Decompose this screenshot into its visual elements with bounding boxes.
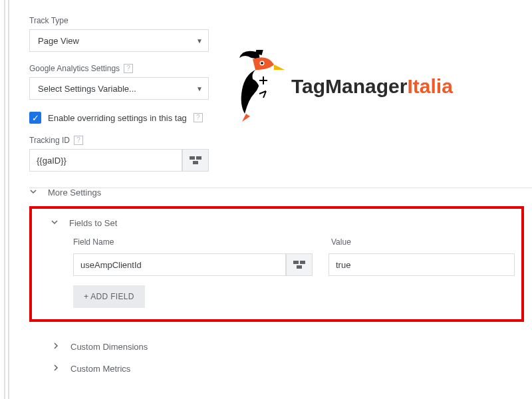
brick-icon xyxy=(293,261,305,269)
more-settings-toggle[interactable]: More Settings xyxy=(29,188,101,198)
value-column-label: Value xyxy=(331,237,351,247)
field-value-input[interactable]: true xyxy=(329,253,515,276)
tracking-id-value: {{gaID}} xyxy=(37,156,66,166)
custom-dimensions-toggle[interactable]: Custom Dimensions xyxy=(52,342,148,352)
variable-picker-button[interactable] xyxy=(182,149,209,172)
help-icon[interactable]: ? xyxy=(74,136,83,145)
help-icon[interactable]: ? xyxy=(194,113,203,122)
svg-rect-3 xyxy=(293,261,299,264)
svg-rect-4 xyxy=(300,261,305,264)
field-row: useAmpClientId true xyxy=(73,253,521,276)
chevron-right-icon xyxy=(52,364,60,374)
svg-rect-1 xyxy=(196,156,201,160)
track-type-label: Track Type xyxy=(29,16,532,25)
ga-settings-select[interactable]: Select Settings Variable... ▼ xyxy=(29,77,209,100)
brick-icon xyxy=(190,156,201,164)
chevron-right-icon xyxy=(52,342,60,352)
add-field-button[interactable]: + ADD FIELD xyxy=(73,285,145,308)
ga-settings-value: Select Settings Variable... xyxy=(38,84,136,94)
svg-rect-0 xyxy=(190,156,195,160)
variable-picker-button[interactable] xyxy=(286,253,313,276)
override-checkbox[interactable]: ✓ xyxy=(29,112,41,124)
track-type-select[interactable]: Page View ▼ xyxy=(29,29,209,52)
fields-to-set-section: Fields to Set Field Name Value useAmpCli… xyxy=(29,206,524,322)
field-name-input[interactable]: useAmpClientId xyxy=(73,253,286,276)
field-name-column-label: Field Name xyxy=(73,237,331,247)
chevron-down-icon: ▼ xyxy=(196,37,203,45)
tracking-id-label: Tracking ID xyxy=(29,136,70,145)
fields-to-set-label: Fields to Set xyxy=(69,218,117,228)
chevron-down-icon xyxy=(51,218,59,228)
chevron-down-icon xyxy=(29,188,37,198)
svg-rect-2 xyxy=(193,161,198,164)
svg-rect-5 xyxy=(297,265,302,269)
custom-metrics-label: Custom Metrics xyxy=(70,364,130,374)
custom-dimensions-label: Custom Dimensions xyxy=(70,342,148,352)
field-name-value: useAmpClientId xyxy=(80,260,142,270)
track-type-value: Page View xyxy=(38,36,79,46)
help-icon[interactable]: ? xyxy=(124,64,133,73)
ga-settings-label: Google Analytics Settings xyxy=(29,64,120,73)
chevron-down-icon: ▼ xyxy=(196,85,203,92)
custom-metrics-toggle[interactable]: Custom Metrics xyxy=(52,364,148,374)
fields-to-set-toggle[interactable]: Fields to Set xyxy=(51,218,521,228)
field-value-value: true xyxy=(336,260,350,270)
override-checkbox-label: Enable overriding settings in this tag xyxy=(48,113,187,123)
tracking-id-input[interactable]: {{gaID}} xyxy=(29,149,182,172)
more-settings-label: More Settings xyxy=(48,188,101,198)
